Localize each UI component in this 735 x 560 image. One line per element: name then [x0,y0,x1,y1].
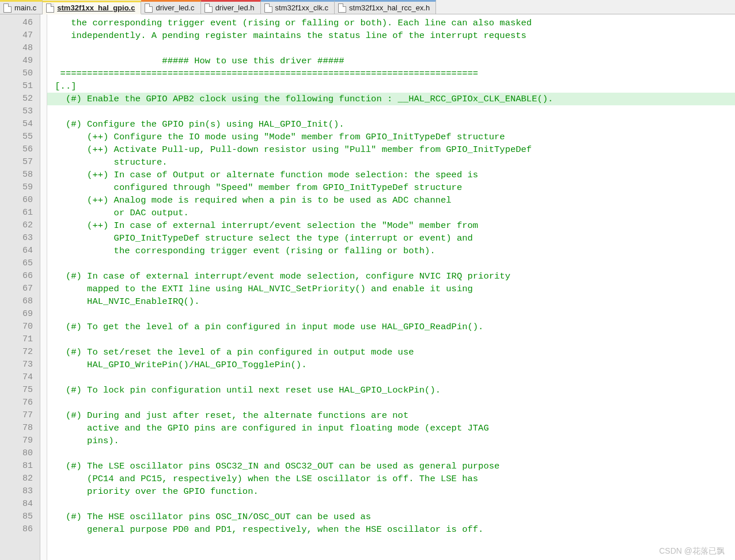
tab-stm32f1xx_hal_gpio-c[interactable]: stm32f1xx_hal_gpio.c [43,1,141,14]
code-line[interactable] [47,371,735,384]
code-line[interactable] [47,498,735,511]
line-number: 51 [0,80,40,93]
line-number: 76 [0,397,40,409]
line-number: 81 [0,460,40,473]
line-number: 74 [0,371,40,384]
line-number: 79 [0,435,40,447]
line-number: 68 [0,295,40,308]
code-line[interactable]: ##### How to use this driver ##### [47,55,735,67]
line-number: 66 [0,270,40,283]
line-number: 59 [0,181,40,194]
code-line[interactable]: HAL_NVIC_EnableIRQ(). [47,295,735,308]
tab-label: driver_led.h [215,3,255,12]
line-number: 83 [0,485,40,498]
code-line[interactable] [47,447,735,460]
code-line[interactable]: (++) In case of external interrupt/event… [47,219,735,232]
code-line[interactable]: structure. [47,156,735,169]
code-line[interactable]: (#) The HSE oscillator pins OSC_IN/OSC_O… [47,511,735,523]
code-line[interactable]: (++) In case of Output or alternate func… [47,169,735,181]
line-number: 86 [0,523,40,536]
file-icon [264,3,272,13]
code-line[interactable]: GPIO_InitTypeDef structure select the ty… [47,232,735,245]
code-area[interactable]: the corresponding trigger event (rising … [47,14,735,560]
tab-label: stm32f1xx_hal_rcc_ex.h [349,3,430,12]
line-number: 55 [0,131,40,143]
line-number: 84 [0,498,40,511]
line-number: 85 [0,511,40,523]
tabs-bar: main.cstm32f1xx_hal_gpio.cdriver_led.cdr… [0,0,735,14]
code-line[interactable]: [..] [47,80,735,93]
line-number: 46 [0,17,40,29]
tab-label: stm32f1xx_hal_gpio.c [57,3,135,12]
code-line[interactable]: (#) In case of external interrupt/event … [47,270,735,283]
line-number: 52 [0,93,40,105]
code-line[interactable]: priority over the GPIO function. [47,485,735,498]
line-number: 61 [0,207,40,219]
line-number: 54 [0,118,40,131]
code-line[interactable]: (#) To get the level of a pin configured… [47,321,735,333]
code-line[interactable]: (#) To lock pin configuration until next… [47,384,735,397]
code-line[interactable] [47,42,735,55]
file-icon [145,3,153,13]
tab-driver_led-c[interactable]: driver_led.c [141,0,200,14]
line-number: 67 [0,283,40,295]
line-number: 50 [0,67,40,80]
code-line[interactable]: (#) The LSE oscillator pins OSC32_IN and… [47,460,735,473]
code-line[interactable] [47,105,735,118]
line-number: 69 [0,308,40,321]
code-line[interactable]: (PC14 and PC15, respectively) when the L… [47,473,735,485]
code-line[interactable] [47,397,735,409]
code-line[interactable]: general purpose PD0 and PD1, respectivel… [47,523,735,536]
file-icon [204,3,213,13]
line-number: 49 [0,55,40,67]
code-line[interactable]: (#) Enable the GPIO APB2 clock using the… [47,93,735,105]
code-line[interactable] [47,308,735,321]
line-number: 75 [0,384,40,397]
code-line[interactable] [47,257,735,270]
tab-main-c[interactable]: main.c [0,0,43,14]
line-number: 70 [0,321,40,333]
code-line[interactable]: (#) Configure the GPIO pin(s) using HAL_… [47,118,735,131]
line-number: 77 [0,409,40,422]
code-line[interactable]: HAL_GPIO_WritePin()/HAL_GPIO_TogglePin()… [47,359,735,371]
line-number: 60 [0,194,40,207]
line-number-gutter: 4647484950515253545556575859606162636465… [0,14,40,560]
code-line[interactable] [47,333,735,346]
tab-label: driver_led.c [156,3,194,12]
file-icon [338,3,346,13]
fold-margin [40,14,47,560]
tab-stm32f1xx_clk-c[interactable]: stm32f1xx_clk.c [261,0,335,14]
line-number: 62 [0,219,40,232]
line-number: 82 [0,473,40,485]
code-line[interactable]: the corresponding trigger event (rising … [47,17,735,29]
editor-area: 4647484950515253545556575859606162636465… [0,14,735,560]
code-line[interactable]: (#) To set/reset the level of a pin conf… [47,346,735,359]
line-number: 63 [0,232,40,245]
line-number: 78 [0,422,40,435]
code-line[interactable]: the corresponding trigger event (rising … [47,245,735,257]
code-line[interactable]: (++) Analog mode is required when a pin … [47,194,735,207]
line-number: 71 [0,333,40,346]
line-number: 48 [0,42,40,55]
code-line[interactable]: or DAC output. [47,207,735,219]
code-line[interactable]: active and the GPIO pins are configured … [47,422,735,435]
file-icon [3,3,12,13]
tab-stm32f1xx_hal_rcc_ex-h[interactable]: stm32f1xx_hal_rcc_ex.h [335,0,436,14]
line-number: 56 [0,143,40,156]
tab-label: main.c [14,3,36,12]
code-line[interactable]: configured through "Speed" member from G… [47,181,735,194]
code-line[interactable]: (++) Activate Pull-up, Pull-down resisto… [47,143,735,156]
tab-label: stm32f1xx_clk.c [275,3,328,12]
line-number: 64 [0,245,40,257]
code-line[interactable]: mapped to the EXTI line using HAL_NVIC_S… [47,283,735,295]
tab-driver_led-h[interactable]: driver_led.h [201,0,261,14]
line-number: 58 [0,169,40,181]
file-icon [46,3,54,13]
code-line[interactable]: (++) Configure the IO mode using "Mode" … [47,131,735,143]
line-number: 65 [0,257,40,270]
code-line[interactable]: independently. A pending register mainta… [47,29,735,42]
code-line[interactable]: ========================================… [47,67,735,80]
line-number: 57 [0,156,40,169]
code-line[interactable]: (#) During and just after reset, the alt… [47,409,735,422]
code-line[interactable]: pins). [47,435,735,447]
